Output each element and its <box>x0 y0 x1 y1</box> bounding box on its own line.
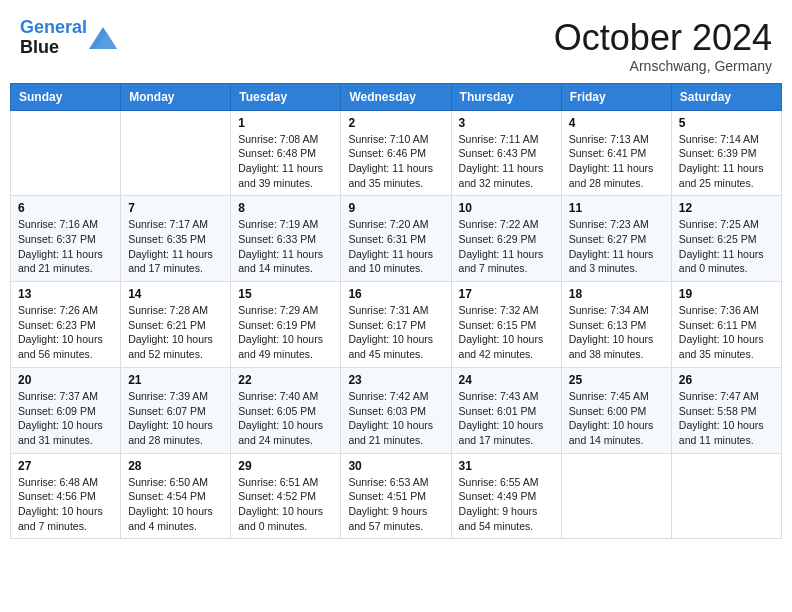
day-info: Sunrise: 7:19 AMSunset: 6:33 PMDaylight:… <box>238 217 333 276</box>
day-number: 14 <box>128 287 223 301</box>
calendar-cell: 1Sunrise: 7:08 AMSunset: 6:48 PMDaylight… <box>231 110 341 196</box>
calendar-week-2: 6Sunrise: 7:16 AMSunset: 6:37 PMDaylight… <box>11 196 782 282</box>
calendar-cell: 9Sunrise: 7:20 AMSunset: 6:31 PMDaylight… <box>341 196 451 282</box>
calendar-table: SundayMondayTuesdayWednesdayThursdayFrid… <box>10 83 782 540</box>
day-number: 24 <box>459 373 554 387</box>
day-info: Sunrise: 7:11 AMSunset: 6:43 PMDaylight:… <box>459 132 554 191</box>
calendar-cell: 21Sunrise: 7:39 AMSunset: 6:07 PMDayligh… <box>121 367 231 453</box>
calendar-cell: 27Sunrise: 6:48 AMSunset: 4:56 PMDayligh… <box>11 453 121 539</box>
title-block: October 2024 Arnschwang, Germany <box>554 18 772 74</box>
calendar-body: 1Sunrise: 7:08 AMSunset: 6:48 PMDaylight… <box>11 110 782 539</box>
day-header-tuesday: Tuesday <box>231 83 341 110</box>
calendar-week-1: 1Sunrise: 7:08 AMSunset: 6:48 PMDaylight… <box>11 110 782 196</box>
day-number: 18 <box>569 287 664 301</box>
calendar-cell <box>671 453 781 539</box>
logo-icon <box>89 27 117 49</box>
calendar-cell: 20Sunrise: 7:37 AMSunset: 6:09 PMDayligh… <box>11 367 121 453</box>
calendar-cell: 11Sunrise: 7:23 AMSunset: 6:27 PMDayligh… <box>561 196 671 282</box>
day-number: 30 <box>348 459 443 473</box>
day-info: Sunrise: 7:36 AMSunset: 6:11 PMDaylight:… <box>679 303 774 362</box>
day-info: Sunrise: 7:29 AMSunset: 6:19 PMDaylight:… <box>238 303 333 362</box>
day-number: 13 <box>18 287 113 301</box>
day-number: 15 <box>238 287 333 301</box>
day-info: Sunrise: 7:14 AMSunset: 6:39 PMDaylight:… <box>679 132 774 191</box>
day-number: 28 <box>128 459 223 473</box>
day-info: Sunrise: 7:31 AMSunset: 6:17 PMDaylight:… <box>348 303 443 362</box>
calendar-cell: 10Sunrise: 7:22 AMSunset: 6:29 PMDayligh… <box>451 196 561 282</box>
day-number: 7 <box>128 201 223 215</box>
calendar-week-5: 27Sunrise: 6:48 AMSunset: 4:56 PMDayligh… <box>11 453 782 539</box>
day-number: 12 <box>679 201 774 215</box>
day-number: 31 <box>459 459 554 473</box>
day-number: 25 <box>569 373 664 387</box>
calendar-week-3: 13Sunrise: 7:26 AMSunset: 6:23 PMDayligh… <box>11 282 782 368</box>
day-info: Sunrise: 7:23 AMSunset: 6:27 PMDaylight:… <box>569 217 664 276</box>
day-info: Sunrise: 6:48 AMSunset: 4:56 PMDaylight:… <box>18 475 113 534</box>
day-info: Sunrise: 7:08 AMSunset: 6:48 PMDaylight:… <box>238 132 333 191</box>
day-number: 10 <box>459 201 554 215</box>
calendar-cell <box>11 110 121 196</box>
day-info: Sunrise: 7:39 AMSunset: 6:07 PMDaylight:… <box>128 389 223 448</box>
calendar-cell: 14Sunrise: 7:28 AMSunset: 6:21 PMDayligh… <box>121 282 231 368</box>
day-number: 5 <box>679 116 774 130</box>
calendar-cell <box>561 453 671 539</box>
calendar-cell: 15Sunrise: 7:29 AMSunset: 6:19 PMDayligh… <box>231 282 341 368</box>
day-info: Sunrise: 6:51 AMSunset: 4:52 PMDaylight:… <box>238 475 333 534</box>
calendar-week-4: 20Sunrise: 7:37 AMSunset: 6:09 PMDayligh… <box>11 367 782 453</box>
day-number: 1 <box>238 116 333 130</box>
calendar-cell: 13Sunrise: 7:26 AMSunset: 6:23 PMDayligh… <box>11 282 121 368</box>
day-info: Sunrise: 6:53 AMSunset: 4:51 PMDaylight:… <box>348 475 443 534</box>
day-number: 20 <box>18 373 113 387</box>
calendar-cell: 16Sunrise: 7:31 AMSunset: 6:17 PMDayligh… <box>341 282 451 368</box>
calendar-cell: 29Sunrise: 6:51 AMSunset: 4:52 PMDayligh… <box>231 453 341 539</box>
day-number: 23 <box>348 373 443 387</box>
day-number: 16 <box>348 287 443 301</box>
calendar-cell: 22Sunrise: 7:40 AMSunset: 6:05 PMDayligh… <box>231 367 341 453</box>
calendar-cell: 8Sunrise: 7:19 AMSunset: 6:33 PMDaylight… <box>231 196 341 282</box>
day-number: 29 <box>238 459 333 473</box>
day-info: Sunrise: 7:13 AMSunset: 6:41 PMDaylight:… <box>569 132 664 191</box>
day-info: Sunrise: 7:40 AMSunset: 6:05 PMDaylight:… <box>238 389 333 448</box>
day-info: Sunrise: 7:17 AMSunset: 6:35 PMDaylight:… <box>128 217 223 276</box>
calendar-cell: 24Sunrise: 7:43 AMSunset: 6:01 PMDayligh… <box>451 367 561 453</box>
logo: GeneralBlue <box>20 18 117 58</box>
calendar-cell: 23Sunrise: 7:42 AMSunset: 6:03 PMDayligh… <box>341 367 451 453</box>
day-number: 21 <box>128 373 223 387</box>
calendar-cell: 25Sunrise: 7:45 AMSunset: 6:00 PMDayligh… <box>561 367 671 453</box>
day-header-thursday: Thursday <box>451 83 561 110</box>
day-info: Sunrise: 6:50 AMSunset: 4:54 PMDaylight:… <box>128 475 223 534</box>
day-header-sunday: Sunday <box>11 83 121 110</box>
day-info: Sunrise: 7:45 AMSunset: 6:00 PMDaylight:… <box>569 389 664 448</box>
day-info: Sunrise: 7:16 AMSunset: 6:37 PMDaylight:… <box>18 217 113 276</box>
day-number: 26 <box>679 373 774 387</box>
day-header-monday: Monday <box>121 83 231 110</box>
day-number: 17 <box>459 287 554 301</box>
day-number: 9 <box>348 201 443 215</box>
calendar-cell: 2Sunrise: 7:10 AMSunset: 6:46 PMDaylight… <box>341 110 451 196</box>
calendar-cell: 28Sunrise: 6:50 AMSunset: 4:54 PMDayligh… <box>121 453 231 539</box>
calendar-cell: 12Sunrise: 7:25 AMSunset: 6:25 PMDayligh… <box>671 196 781 282</box>
day-info: Sunrise: 7:37 AMSunset: 6:09 PMDaylight:… <box>18 389 113 448</box>
day-info: Sunrise: 7:26 AMSunset: 6:23 PMDaylight:… <box>18 303 113 362</box>
calendar-cell: 30Sunrise: 6:53 AMSunset: 4:51 PMDayligh… <box>341 453 451 539</box>
calendar-cell: 18Sunrise: 7:34 AMSunset: 6:13 PMDayligh… <box>561 282 671 368</box>
month-title: October 2024 <box>554 18 772 58</box>
day-number: 6 <box>18 201 113 215</box>
calendar-cell <box>121 110 231 196</box>
location: Arnschwang, Germany <box>554 58 772 74</box>
day-info: Sunrise: 6:55 AMSunset: 4:49 PMDaylight:… <box>459 475 554 534</box>
calendar-cell: 4Sunrise: 7:13 AMSunset: 6:41 PMDaylight… <box>561 110 671 196</box>
day-info: Sunrise: 7:10 AMSunset: 6:46 PMDaylight:… <box>348 132 443 191</box>
day-header-saturday: Saturday <box>671 83 781 110</box>
day-number: 11 <box>569 201 664 215</box>
calendar-cell: 7Sunrise: 7:17 AMSunset: 6:35 PMDaylight… <box>121 196 231 282</box>
day-number: 19 <box>679 287 774 301</box>
calendar-cell: 17Sunrise: 7:32 AMSunset: 6:15 PMDayligh… <box>451 282 561 368</box>
calendar-cell: 26Sunrise: 7:47 AMSunset: 5:58 PMDayligh… <box>671 367 781 453</box>
page-header: GeneralBlue October 2024 Arnschwang, Ger… <box>10 10 782 79</box>
day-info: Sunrise: 7:20 AMSunset: 6:31 PMDaylight:… <box>348 217 443 276</box>
day-info: Sunrise: 7:22 AMSunset: 6:29 PMDaylight:… <box>459 217 554 276</box>
day-number: 2 <box>348 116 443 130</box>
day-number: 8 <box>238 201 333 215</box>
day-header-wednesday: Wednesday <box>341 83 451 110</box>
